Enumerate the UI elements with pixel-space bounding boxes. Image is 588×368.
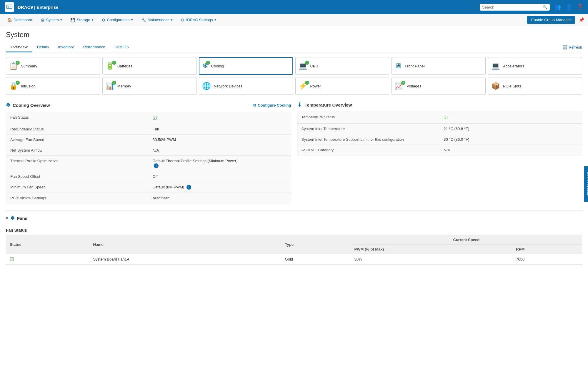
tile-network-devices-label: Network Devices [214,84,243,88]
svg-rect-2 [10,6,11,6]
fan-col-type: Type [281,235,351,254]
tile-pcie-slots[interactable]: 📦 PCIe Slots [488,77,582,95]
help-icon[interactable]: ❓ [577,4,583,10]
pcie-airflow-value: Automatic [149,193,291,203]
thermal-profile-label: Thermal Profile Optimization [6,156,149,171]
voltages-check: ✓ [401,81,405,85]
inlet-temp-support-limit-value: 30 °C (86.0 °F) [439,134,582,145]
storage-caret-icon: ▾ [92,18,94,22]
configuration-icon: ⚙ [102,18,106,22]
refresh-label: Refresh [569,45,582,49]
tile-intrusion[interactable]: 🔒 ✓ Intrusion [6,77,100,95]
fan-col-current-speed: Current Speed [351,235,582,245]
thermal-info-icon[interactable]: i [154,163,159,168]
tab-overview[interactable]: Overview [6,42,32,52]
nav-dashboard[interactable]: 🏠 Dashboard [4,14,36,26]
cpu-icon: 💻 ✓ [299,62,307,70]
tile-pcie-slots-label: PCIe Slots [503,84,521,88]
search-input[interactable] [482,5,541,9]
table-row: System Inlet Temperature Support Limit f… [297,134,582,145]
table-row: Fan Speed Offset Off [6,171,291,182]
fan-speed-offset-value: Off [149,171,291,182]
voltages-icon: 📈 ✓ [395,82,404,90]
tile-accelerators-label: Accelerators [503,64,524,68]
fan-table-header-row: Status Name Type Current Speed [6,235,582,245]
power-icon: ⚡ ✓ [299,82,307,90]
min-fan-speed-info-icon[interactable]: i [186,185,191,190]
temperature-status-label: Temperature Status [297,112,439,124]
redundancy-status-value: Full [149,124,291,135]
temperature-overview-header: 🌡 Temperature Overview [297,102,582,108]
cooling-overview-title: Cooling Overview [13,103,50,108]
nav-configuration-label: Configuration [107,18,130,22]
tile-cpu[interactable]: 💻 ✓ CPU [295,57,389,75]
tile-front-panel[interactable]: 🖥 Front Panel [392,57,486,75]
maintenance-icon: 🔧 [141,18,146,22]
table-row: ASHRAE Category N/A [297,145,582,155]
nav-bar: 🏠 Dashboard 🖥 System ▾ 💾 Storage ▾ ⚙ Con… [0,14,588,26]
cooling-overview-icon: ❄ [6,102,10,108]
nav-system[interactable]: 🖥 System ▾ [37,14,66,26]
tile-summary[interactable]: 📋 ✓ Summary [6,57,100,75]
nav-configuration[interactable]: ⚙ Configuration ▾ [98,14,136,26]
enable-group-manager-button[interactable]: Enable Group Manager [527,16,575,24]
summary-check: ✓ [16,61,20,65]
fan-row-1-name: System Board Fan1A [89,254,281,265]
tile-voltages[interactable]: 📈 ✓ Voltages [392,77,486,95]
pin-icon[interactable]: 📌 [579,17,584,23]
user-icon[interactable]: 👤 [566,4,572,10]
fan-col-name: Name [89,235,281,254]
cooling-overview-panel: ❄ Cooling Overview ⚙ Configure Cooling F… [6,102,291,203]
configure-cooling-link[interactable]: ⚙ Configure Cooling [253,103,291,107]
maintenance-caret-icon: ▾ [171,18,173,22]
fan-row-1-status: ☑ [6,254,90,265]
overview-row: ❄ Cooling Overview ⚙ Configure Cooling F… [6,102,582,203]
tile-cooling[interactable]: ❄ ✓ Cooling [199,57,293,75]
tile-voltages-label: Voltages [407,84,421,88]
tab-details[interactable]: Details [32,42,54,52]
feedback-tab[interactable]: Help & Feedback [584,166,588,202]
nav-idrac-settings-label: iDRAC Settings [186,18,213,22]
tile-accelerators[interactable]: 💻 Accelerators [488,57,582,75]
search-icon[interactable]: 🔍 [543,5,547,9]
search-box[interactable]: 🔍 [480,4,550,11]
batteries-icon: 🔋 ✓ [106,62,114,70]
refresh-button[interactable]: 🔄 Refresh [563,45,582,49]
tab-performance[interactable]: Performance [79,42,110,52]
table-row: Thermal Profile Optimization Default The… [6,156,291,171]
nav-idrac-settings[interactable]: ⚙ iDRAC Settings ▾ [177,14,219,26]
system-inlet-temp-value: 21 °C (69.8 °F) [439,124,582,134]
app-title: iDRAC9 | Enterprise [16,5,59,10]
tile-batteries[interactable]: 🔋 ✓ Batteries [102,57,196,75]
table-row: Temperature Status ☑ [297,112,582,124]
fan-status-title: Fan Status [6,228,582,233]
fans-section-header[interactable]: ▾ ❄ Fans [6,210,582,224]
configure-cooling-icon: ⚙ [253,103,256,107]
tile-power[interactable]: ⚡ ✓ Power [295,77,389,95]
nav-system-label: System [46,18,59,22]
table-row: Net System Airflow N/A [6,145,291,156]
temperature-status-value: ☑ [439,112,582,124]
nav-maintenance[interactable]: 🔧 Maintenance ▾ [138,14,176,26]
idrac-settings-icon: ⚙ [181,18,185,22]
fan-row-1-pwm: 30% [351,254,513,265]
top-bar-icons: 👥 👤 ❓ [554,4,583,10]
fans-collapse-icon: ▾ [6,216,8,221]
tile-memory[interactable]: 📊 ✓ Memory [102,77,196,95]
tab-inventory[interactable]: Inventory [54,42,79,52]
tab-host-os[interactable]: Host OS [110,42,134,52]
tile-power-label: Power [310,84,321,88]
top-bar: iDRAC9 | Enterprise 🔍 👥 👤 ❓ [0,0,588,14]
fan-col-pwm: PWM (% of Max) [351,245,513,254]
nav-storage[interactable]: 💾 Storage ▾ [67,14,97,26]
fan-row-1-type: Gold [281,254,351,265]
temperature-status-check-icon: ☑ [444,115,448,120]
logo-box [5,2,14,12]
pcie-slots-icon: 📦 [491,82,500,90]
cpu-check: ✓ [305,61,309,65]
tile-network-devices[interactable]: 🌐 Network Devices [199,77,293,95]
refresh-icon: 🔄 [563,45,567,49]
group-icon[interactable]: 👥 [554,4,561,10]
fan-row-1-rpm: 7680 [512,254,582,265]
fan-1-check-icon: ☑ [10,257,14,262]
